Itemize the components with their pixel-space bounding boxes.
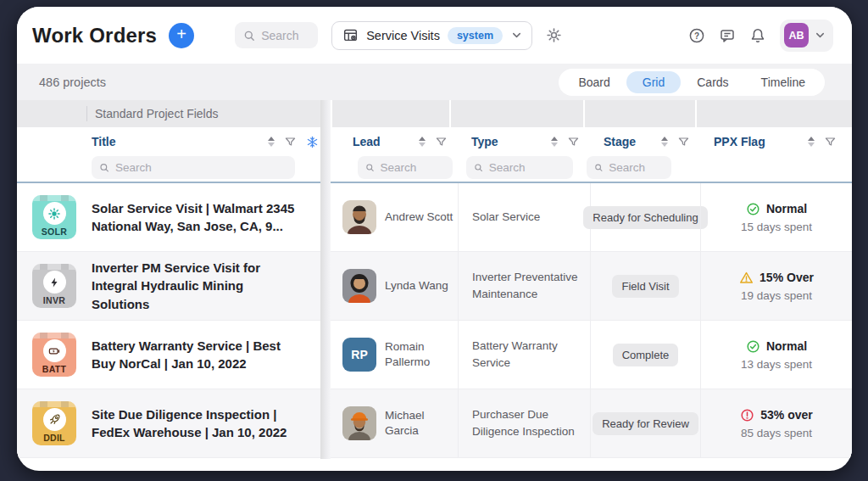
lead-search-input[interactable] [381, 161, 445, 174]
system-badge: system [448, 27, 503, 44]
stage-badge: Ready for Scheduling [583, 206, 707, 229]
page-title: Work Orders [32, 24, 157, 48]
lead-name: Lynda Wang [385, 278, 448, 294]
filter-icon[interactable] [567, 136, 580, 148]
app-window: Work Orders + Service Visits system [17, 7, 852, 471]
title-search[interactable] [92, 156, 295, 179]
lead-name: Andrew Scott [385, 210, 453, 225]
project-title[interactable]: Inverter PM Service Visit for Integral H… [92, 252, 320, 320]
messages-icon[interactable] [719, 27, 736, 44]
stage-badge: Ready for Review [593, 412, 698, 435]
frozen-column-divider[interactable] [320, 100, 331, 459]
sun-icon [43, 202, 66, 225]
bolt-icon [43, 271, 66, 294]
stage-cell: Field Visit [590, 252, 700, 320]
table-body: SOLR Solar Service Visit | Walmart 2345 … [17, 183, 852, 458]
view-settings-gear-icon[interactable] [546, 27, 562, 43]
column-search-row [17, 156, 852, 183]
days-spent: 19 days spent [741, 289, 812, 302]
type-search[interactable] [466, 156, 573, 179]
project-title[interactable]: Battery Warranty Service | Best Buy NorC… [92, 321, 320, 389]
project-tile-solr: SOLR [32, 195, 76, 239]
saved-view-selector[interactable]: Service Visits system [331, 21, 532, 50]
stage-badge: Complete [613, 344, 679, 366]
avatar [342, 269, 376, 303]
title-search-input[interactable] [115, 161, 287, 174]
project-tile-batt: BATT [32, 333, 76, 377]
tab-timeline[interactable]: Timeline [745, 71, 821, 93]
tile-code: DDIL [43, 433, 65, 443]
notifications-bell-icon[interactable] [749, 27, 766, 44]
flag-status: Normal [766, 339, 807, 353]
lead-name: Romain Pallermo [385, 339, 458, 370]
tab-grid[interactable]: Grid [626, 71, 681, 93]
rocket-icon [43, 408, 66, 431]
add-project-button[interactable]: + [169, 23, 194, 48]
filter-icon[interactable] [677, 136, 690, 148]
sort-icon[interactable] [419, 137, 426, 147]
filter-icon[interactable] [284, 136, 297, 148]
lead-cell[interactable]: RP Romain Pallermo [331, 321, 458, 389]
lead-cell[interactable]: Andrew Scott [331, 183, 458, 251]
flag-status: 53% over [760, 408, 812, 422]
search-input[interactable] [261, 29, 312, 42]
table-row[interactable]: SOLR Solar Service Visit | Walmart 2345 … [17, 183, 852, 252]
days-spent: 13 days spent [741, 358, 812, 371]
status-normal-icon [746, 339, 760, 354]
sort-icon[interactable] [551, 137, 558, 147]
column-header-title: Title [17, 135, 331, 148]
filter-icon[interactable] [435, 136, 448, 148]
chevron-down-icon[interactable] [510, 29, 523, 42]
avatar [342, 200, 376, 234]
saved-view-label: Service Visits [366, 29, 440, 42]
type-search-input[interactable] [489, 161, 565, 174]
avatar[interactable]: AB [784, 23, 809, 48]
tab-cards[interactable]: Cards [681, 71, 744, 93]
lead-cell[interactable]: Lynda Wang [331, 252, 458, 320]
tile-code: INVR [43, 295, 65, 305]
stage-search-input[interactable] [609, 161, 664, 174]
stage-cell: Ready for Review [590, 389, 700, 457]
top-bar: Work Orders + Service Visits system [17, 7, 852, 64]
project-count: 486 projects [39, 76, 106, 89]
global-search[interactable] [235, 22, 318, 48]
sort-icon[interactable] [808, 137, 815, 147]
column-header-row: Title Lead [17, 127, 852, 156]
tab-board[interactable]: Board [562, 71, 626, 93]
tile-code: BATT [42, 364, 66, 374]
freeze-column-icon[interactable] [306, 136, 319, 148]
profile-menu[interactable]: AB [780, 20, 833, 52]
filter-icon[interactable] [824, 136, 837, 148]
toolbar: 486 projects Board Grid Cards Timeline [17, 64, 852, 100]
days-spent: 15 days spent [741, 221, 812, 233]
project-title[interactable]: Solar Service Visit | Walmart 2345 Natio… [92, 183, 320, 251]
project-title[interactable]: Site Due Diligence Inspection | FedEx Wa… [92, 389, 320, 457]
table-row[interactable]: DDIL Site Due Diligence Inspection | Fed… [17, 389, 852, 458]
status-normal-icon [746, 202, 760, 216]
stage-search[interactable] [587, 156, 671, 179]
table-row[interactable]: BATT Battery Warranty Service | Best Buy… [17, 321, 852, 389]
projects-grid: Standard Project Fields Title [17, 100, 852, 458]
sort-icon[interactable] [268, 137, 275, 147]
tile-code: SOLR [42, 227, 67, 237]
column-header-stage: Stage [590, 135, 700, 148]
avatar [342, 406, 376, 440]
project-tile-ddil: DDIL [32, 401, 76, 445]
help-icon[interactable]: ? [688, 27, 705, 44]
status-warning-icon [739, 271, 754, 285]
stage-cell: Ready for Scheduling [590, 183, 700, 251]
column-header-lead: Lead [341, 135, 458, 148]
project-tile-invr: INVR [32, 264, 76, 308]
lead-cell[interactable]: Michael Garcia [331, 389, 458, 457]
ppx-flag-cell: Normal 13 days spent [700, 321, 852, 389]
chevron-down-icon[interactable] [814, 29, 826, 42]
type-cell: Battery Warranty Service [458, 321, 590, 389]
sort-icon[interactable] [661, 137, 668, 147]
table-row[interactable]: INVR Inverter PM Service Visit for Integ… [17, 252, 852, 321]
group-header-label: Standard Project Fields [86, 106, 219, 121]
view-switcher: Board Grid Cards Timeline [559, 69, 825, 96]
lead-search[interactable] [358, 156, 453, 179]
stage-cell: Complete [590, 321, 700, 389]
flag-status: Normal [766, 202, 807, 215]
type-cell: Purchaser Due Diligence Inspection [458, 389, 590, 457]
